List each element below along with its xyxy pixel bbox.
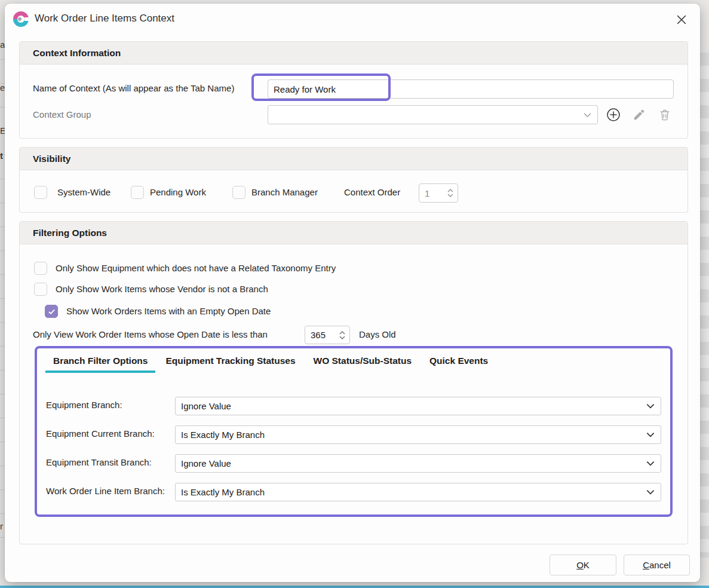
cancel-button-label: Cancel (643, 560, 671, 570)
dialog-title: Work Order Line Items Context (35, 13, 174, 24)
trash-icon (658, 108, 671, 121)
equipment-current-branch-value: Is Exactly My Branch (181, 430, 265, 440)
ok-button-label: OK (576, 560, 590, 570)
equipment-branch-value: Ignore Value (181, 401, 231, 411)
wo-line-item-branch-select[interactable]: Is Exactly My Branch (175, 483, 661, 501)
chevron-down-icon (646, 489, 655, 495)
context-group-dropdown[interactable] (268, 105, 598, 124)
tab-equipment-tracking-statuses[interactable]: Equipment Tracking Statuses (165, 356, 295, 373)
equipment-current-branch-select[interactable]: Is Exactly My Branch (175, 425, 661, 444)
no-related-taxonomy-label: Only Show Equipment which does not have … (56, 263, 336, 273)
equipment-transit-branch-value: Ignore Value (181, 458, 231, 468)
add-context-group-button[interactable] (606, 107, 621, 122)
context-information-group: Context Information Name of Context (As … (19, 41, 688, 139)
system-wide-label: System-Wide (57, 187, 111, 197)
open-date-less-than-label: Only View Work Order Items whose Open Da… (33, 329, 268, 339)
days-old-label: Days Old (359, 329, 396, 339)
wo-line-item-branch-label: Work Order Line Item Branch: (46, 486, 165, 496)
background-text-fragment: r (0, 521, 3, 531)
equipment-transit-branch-label: Equipment Transit Branch: (46, 457, 152, 467)
wo-line-item-branch-value: Is Exactly My Branch (181, 487, 265, 497)
background-text-fragment: t (0, 151, 3, 161)
visibility-header: Visibility (20, 148, 687, 170)
close-icon (676, 14, 687, 26)
work-order-line-items-context-dialog: Work Order Line Items Context Context In… (5, 4, 700, 582)
plus-circle-icon (606, 108, 621, 122)
branch-manager-checkbox[interactable] (232, 186, 245, 199)
days-old-stepper[interactable]: 365 (305, 326, 350, 344)
name-of-context-label: Name of Context (As will appear as the T… (33, 83, 234, 93)
pencil-icon (633, 108, 646, 121)
stepper-down-icon[interactable] (447, 194, 453, 197)
vendor-not-branch-label: Only Show Work Items whose Vendor is not… (56, 284, 268, 294)
tab-branch-filter-options[interactable]: Branch Filter Options (53, 356, 148, 373)
close-button[interactable] (671, 10, 692, 30)
chevron-down-icon (584, 112, 591, 118)
edit-context-group-button[interactable] (631, 107, 647, 122)
pending-work-checkbox[interactable] (131, 186, 144, 199)
context-order-stepper[interactable]: 1 (419, 183, 458, 203)
stepper-up-icon[interactable] (447, 189, 453, 192)
visibility-group: Visibility System-Wide Pending Work Bran… (19, 147, 688, 213)
tab-wo-status-sub-status[interactable]: WO Status/Sub-Status (314, 356, 412, 373)
equipment-current-branch-label: Equipment Current Branch: (46, 428, 155, 439)
stepper-down-icon[interactable] (339, 336, 345, 339)
checkmark-icon (48, 308, 56, 315)
empty-open-date-checkbox[interactable] (45, 305, 58, 318)
chevron-down-icon (646, 461, 655, 466)
context-information-header: Context Information (20, 42, 687, 65)
filtering-options-header: Filtering Options (20, 222, 687, 244)
ok-button[interactable]: OK (550, 555, 616, 575)
background-table-rows (700, 53, 709, 558)
context-order-label: Context Order (344, 187, 400, 197)
stepper-up-icon[interactable] (339, 331, 345, 335)
vendor-not-branch-checkbox[interactable] (34, 283, 47, 296)
pending-work-label: Pending Work (150, 187, 206, 197)
tab-quick-events[interactable]: Quick Events (429, 356, 488, 373)
chevron-down-icon (646, 403, 655, 409)
equipment-branch-select[interactable]: Ignore Value (175, 397, 661, 415)
system-wide-checkbox[interactable] (34, 186, 47, 199)
filtering-options-group: Filtering Options Only Show Equipment wh… (19, 221, 688, 544)
equipment-transit-branch-select[interactable]: Ignore Value (175, 454, 661, 473)
context-order-value: 1 (425, 188, 429, 198)
no-related-taxonomy-checkbox[interactable] (34, 262, 47, 275)
delete-context-group-button[interactable] (657, 107, 673, 122)
empty-open-date-label: Show Work Orders Items with an Empty Ope… (66, 306, 271, 316)
app-logo-icon (13, 11, 29, 27)
context-group-label: Context Group (33, 109, 91, 120)
equipment-branch-label: Equipment Branch: (46, 400, 122, 410)
days-old-value: 365 (311, 330, 326, 340)
background-window-edge (0, 586, 709, 588)
cancel-button[interactable]: Cancel (624, 555, 690, 575)
context-name-input[interactable] (268, 79, 674, 99)
filter-tabs: Branch Filter Options Equipment Tracking… (53, 356, 488, 373)
chevron-down-icon (646, 432, 655, 437)
dialog-titlebar: Work Order Line Items Context (5, 4, 700, 35)
branch-manager-label: Branch Manager (251, 187, 318, 197)
